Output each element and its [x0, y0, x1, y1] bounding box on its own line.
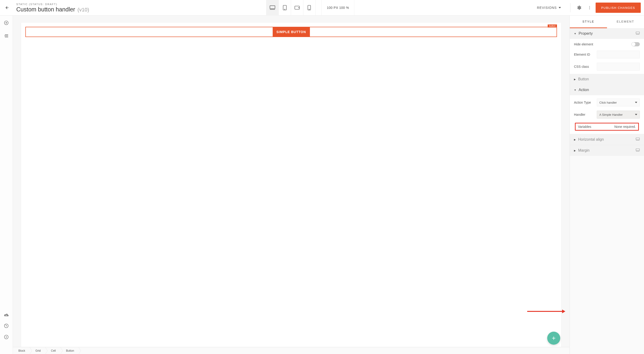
section-property-header[interactable]: ▼ Property — [570, 28, 644, 39]
panel-tabs: STYLE ELEMENT — [570, 16, 644, 28]
device-tablet-landscape-button[interactable] — [291, 0, 303, 16]
copyleft-button[interactable] — [3, 334, 9, 340]
page-version: (v10) — [78, 7, 89, 13]
element-id-label: Element ID — [574, 53, 590, 56]
svg-point-9 — [589, 6, 590, 7]
crumb-cell[interactable]: Cell — [45, 347, 60, 354]
svg-point-8 — [309, 9, 310, 10]
crumb-button[interactable]: Button — [60, 347, 79, 354]
tablet-portrait-icon — [282, 5, 287, 11]
svg-point-10 — [589, 8, 590, 8]
breadcrumb: Block Grid Cell Button — [13, 347, 570, 354]
tab-element[interactable]: ELEMENT — [607, 16, 644, 28]
variables-value: None required. — [614, 125, 636, 129]
more-menu-button[interactable] — [585, 3, 594, 12]
revisions-button[interactable]: REVISIONS — [532, 0, 566, 16]
chevron-down-icon: ▼ — [574, 32, 576, 35]
chevron-right-icon: ▶ — [574, 138, 576, 141]
svg-rect-20 — [636, 32, 640, 34]
back-button[interactable] — [3, 5, 10, 11]
css-class-input[interactable] — [597, 63, 640, 71]
horizontal-align-label: Horizontal align — [578, 137, 604, 142]
arrow-left-icon — [4, 5, 9, 10]
mobile-icon — [307, 5, 311, 11]
gear-icon — [576, 5, 582, 10]
cloud-check-icon — [4, 312, 9, 317]
margin-label: Margin — [578, 148, 590, 153]
section-action-header[interactable]: ▼ Action — [570, 85, 644, 95]
element-id-input[interactable] — [597, 51, 640, 59]
selection-badge: button — [548, 25, 557, 28]
svg-rect-22 — [636, 138, 640, 140]
section-action-body: Action Type Click handler Handler A Simp… — [570, 95, 644, 134]
page-title: Custom button handler — [16, 6, 75, 13]
handler-label: Handler — [574, 113, 585, 116]
copyleft-icon — [4, 334, 9, 339]
crumb-grid[interactable]: Grid — [30, 347, 45, 354]
main-area: button SIMPLE BUTTON + Block Grid Cell B… — [0, 16, 644, 354]
device-desktop-button[interactable] — [266, 0, 278, 16]
revisions-label: REVISIONS — [537, 6, 557, 10]
section-property-body: Hide element Element ID CSS class — [570, 39, 644, 74]
device-mobile-button[interactable] — [303, 0, 316, 16]
variables-label: Variables — [578, 125, 591, 129]
chevron-right-icon: ▶ — [574, 149, 576, 152]
desktop-icon — [636, 32, 640, 36]
chevron-down-icon — [635, 114, 637, 115]
section-horizontal-align-header[interactable]: ▶ Horizontal align — [570, 134, 644, 145]
canvas-wrap: button SIMPLE BUTTON + Block Grid Cell B… — [13, 16, 570, 354]
hide-element-toggle[interactable] — [632, 42, 640, 46]
device-switcher — [266, 0, 316, 16]
section-margin-header[interactable]: ▶ Margin — [570, 145, 644, 156]
chevron-down-icon — [635, 102, 637, 103]
fab-add-button[interactable]: + — [547, 332, 560, 345]
left-rail — [0, 16, 13, 354]
status-line: STATIC (STATUS: DRAFT) — [16, 3, 89, 6]
handler-value: A Simple Handler — [599, 113, 622, 116]
tablet-landscape-icon — [294, 6, 300, 10]
action-header-label: Action — [578, 88, 589, 92]
section-button-header[interactable]: ▶ Button — [570, 74, 644, 85]
plus-circle-icon — [4, 20, 9, 25]
svg-point-11 — [589, 9, 590, 9]
more-vertical-icon — [588, 6, 592, 10]
list-icon — [4, 34, 8, 38]
tab-style[interactable]: STYLE — [570, 16, 607, 28]
publish-button[interactable]: PUBLISH CHANGES — [596, 3, 641, 13]
outline-button[interactable] — [3, 33, 9, 39]
device-tablet-portrait-button[interactable] — [278, 0, 291, 16]
svg-rect-24 — [636, 149, 640, 151]
action-type-select[interactable]: Click handler — [597, 99, 640, 106]
selected-button-frame[interactable]: button SIMPLE BUTTON — [25, 27, 557, 37]
property-header-label: Property — [578, 32, 592, 36]
dimensions-display: 100 PX 100 % — [322, 0, 354, 16]
chevron-right-icon: ▶ — [574, 78, 576, 81]
handler-select[interactable]: A Simple Handler — [597, 111, 640, 119]
desktop-icon — [636, 148, 640, 153]
svg-point-6 — [298, 8, 299, 8]
action-type-value: Click handler — [599, 101, 617, 104]
cloud-sync-button[interactable] — [3, 312, 9, 318]
svg-point-4 — [284, 9, 285, 10]
settings-button[interactable] — [574, 3, 584, 12]
action-type-label: Action Type — [574, 101, 591, 104]
simple-button-element[interactable]: SIMPLE BUTTON — [273, 27, 310, 37]
top-header: STATIC (STATUS: DRAFT) Custom button han… — [0, 0, 644, 16]
button-section-label: Button — [578, 77, 589, 81]
right-panel: STYLE ELEMENT ▼ Property Hide element El… — [570, 16, 644, 354]
hide-element-label: Hide element — [574, 42, 593, 46]
divider — [570, 3, 570, 12]
title-block: STATIC (STATUS: DRAFT) Custom button han… — [16, 3, 89, 13]
crumb-block[interactable]: Block — [13, 347, 30, 354]
add-block-button[interactable] — [3, 20, 9, 26]
refresh-icon — [4, 323, 9, 328]
chevron-down-icon: ▼ — [574, 89, 576, 91]
variables-highlight-box: Variables None required. — [575, 123, 639, 131]
chevron-down-icon — [558, 7, 561, 9]
design-canvas[interactable]: button SIMPLE BUTTON — [21, 23, 561, 347]
svg-rect-1 — [270, 6, 275, 9]
history-button[interactable] — [3, 323, 9, 329]
svg-point-19 — [4, 335, 8, 339]
css-class-label: CSS class — [574, 65, 589, 69]
desktop-icon — [636, 137, 640, 142]
